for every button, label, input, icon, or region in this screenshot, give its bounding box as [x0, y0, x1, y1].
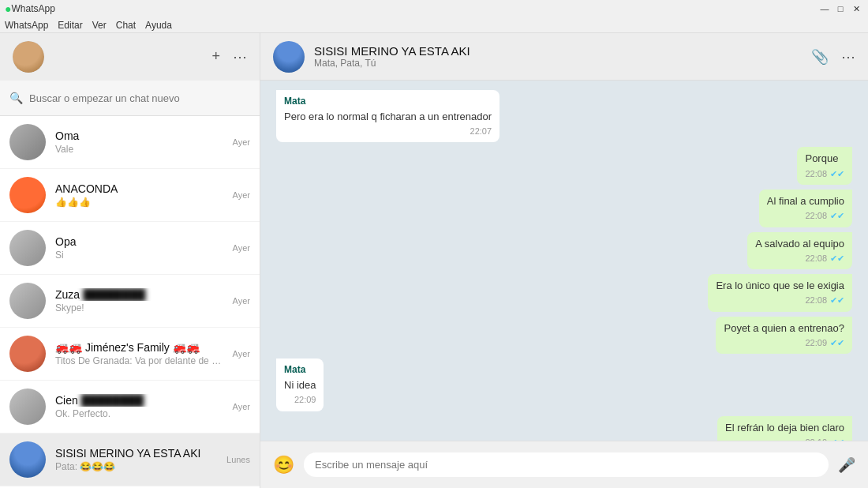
- chat-time-opa: Ayer: [233, 243, 250, 253]
- chat-info-anaconda: ANACONDA 👍👍👍: [55, 182, 223, 208]
- message-bubble-m6: Poyet a quien a entrenao? 22:09 ✔✔: [716, 317, 852, 355]
- chat-time-sisisi: Lunes: [226, 455, 250, 464]
- attachment-icon[interactable]: 📎: [811, 48, 829, 66]
- chat-preview-anaconda: 👍👍👍: [55, 197, 223, 208]
- more-options-icon[interactable]: ⋯: [233, 48, 247, 66]
- message-row-m3: Al final a cumplio 22:08 ✔✔: [276, 190, 852, 227]
- message-check-m8: ✔✔: [830, 437, 844, 441]
- message-text-m3: Al final a cumplio: [767, 194, 844, 208]
- chat-name-oma: Oma: [55, 130, 223, 142]
- chat-name-opa: Opa: [55, 235, 223, 248]
- chat-panel: SISISI MERINO YA ESTA AKI Mata, Pata, Tú…: [260, 33, 868, 488]
- messages-area: Mata Pero era lo normal q ficharan a un …: [260, 81, 868, 441]
- message-row-m7: Mata Ni idea 22:09: [276, 358, 852, 411]
- chat-meta-jimenez: Ayer: [233, 349, 250, 358]
- chat-meta-sisisi: Lunes: [226, 455, 250, 464]
- message-time-m5: 22:08: [805, 295, 827, 306]
- menu-editar[interactable]: Editar: [58, 20, 82, 31]
- message-row-m6: Poyet a quien a entrenao? 22:09 ✔✔: [276, 317, 852, 355]
- chat-time-zuza: Ayer: [233, 296, 250, 306]
- search-input[interactable]: [29, 92, 250, 104]
- avatar-sisisi: [9, 441, 46, 478]
- message-bubble-m4: A salvado al equipo 22:08 ✔✔: [747, 232, 852, 270]
- chat-header-info: SISISI MERINO YA ESTA AKI Mata, Pata, Tú: [314, 44, 470, 69]
- message-check-m2: ✔✔: [830, 168, 844, 180]
- chat-item-zuza[interactable]: Zuza████████ Skype! Ayer: [0, 275, 260, 328]
- message-bubble-m5: Era lo único que se le exigia 22:08 ✔✔: [708, 274, 852, 312]
- chat-meta-anaconda: Ayer: [233, 190, 250, 200]
- chat-item-cien[interactable]: Cien████████ Ok. Perfecto. Ayer: [0, 381, 260, 434]
- message-bubble-m8: El refrán lo deja bien claro 22:10 ✔✔: [717, 416, 852, 441]
- message-time-m8: 22:10: [805, 437, 827, 441]
- menu-chat[interactable]: Chat: [116, 20, 136, 31]
- app: + ⋯ 🔍 Oma Vale Ayer: [0, 33, 868, 488]
- chat-header-avatar[interactable]: [273, 41, 305, 73]
- message-bubble-m7: Mata Ni idea 22:09: [276, 358, 324, 411]
- chat-time-jimenez: Ayer: [233, 349, 250, 358]
- message-text-m8: El refrán lo deja bien claro: [725, 421, 844, 435]
- message-row-m8: El refrán lo deja bien claro 22:10 ✔✔: [276, 416, 852, 441]
- chat-meta-zuza: Ayer: [233, 296, 250, 306]
- avatar-zuza: [9, 283, 46, 319]
- search-icon: 🔍: [9, 92, 23, 104]
- chat-name-cien: Cien████████: [55, 394, 223, 407]
- menu-ayuda[interactable]: Ayuda: [145, 20, 172, 31]
- titlebar: ● WhatsApp — □ ✕: [0, 0, 868, 17]
- chat-item-sisisi[interactable]: SISISI MERINO YA ESTA AKI Pata: 😂😂😂 Lune…: [0, 434, 260, 486]
- more-options-chat-icon[interactable]: ⋯: [841, 48, 855, 66]
- message-text-m6: Poyet a quien a entrenao?: [724, 321, 844, 336]
- message-row-m1: Mata Pero era lo normal q ficharan a un …: [276, 90, 852, 142]
- microphone-button[interactable]: 🎤: [838, 456, 855, 474]
- chat-header: SISISI MERINO YA ESTA AKI Mata, Pata, Tú…: [260, 33, 868, 81]
- maximize-button[interactable]: □: [833, 2, 847, 16]
- user-avatar[interactable]: [13, 41, 44, 73]
- chat-info-oma: Oma Vale: [55, 130, 223, 155]
- message-text-m2: Porque: [805, 152, 844, 166]
- message-text-m1: Pero era lo normal q ficharan a un entre…: [284, 110, 492, 124]
- chat-item-oma[interactable]: Oma Vale Ayer: [0, 116, 260, 169]
- avatar-cien: [9, 389, 46, 425]
- chat-name-jimenez: 🚒🚒 Jiménez's Family 🚒🚒: [55, 341, 223, 354]
- new-chat-icon[interactable]: +: [211, 48, 220, 66]
- chat-time-oma: Ayer: [233, 137, 250, 147]
- chat-preview-zuza: Skype!: [55, 302, 223, 313]
- menu-whatsapp[interactable]: WhatsApp: [5, 20, 48, 31]
- message-text-m4: A salvado al equipo: [755, 237, 844, 251]
- sidebar-header: + ⋯: [0, 33, 260, 81]
- chat-info-cien: Cien████████ Ok. Perfecto.: [55, 394, 223, 419]
- message-row-m2: Porque 22:08 ✔✔: [276, 147, 852, 185]
- chat-header-name: SISISI MERINO YA ESTA AKI: [314, 44, 470, 58]
- chat-item-anaconda[interactable]: ANACONDA 👍👍👍 Ayer: [0, 169, 260, 222]
- message-time-m7: 22:09: [294, 394, 316, 406]
- message-bubble-m1: Mata Pero era lo normal q ficharan a un …: [276, 90, 499, 142]
- message-input[interactable]: [304, 452, 829, 477]
- menu-ver[interactable]: Ver: [92, 20, 107, 31]
- chat-info-opa: Opa Si: [55, 235, 223, 261]
- close-button[interactable]: ✕: [849, 2, 863, 16]
- chat-header-participants: Mata, Pata, Tú: [314, 58, 470, 69]
- message-sender-m1: Mata: [284, 95, 492, 108]
- chat-time-anaconda: Ayer: [233, 190, 250, 200]
- message-text-m7: Ni idea: [284, 378, 316, 392]
- chat-info-sisisi: SISISI MERINO YA ESTA AKI Pata: 😂😂😂: [55, 447, 217, 472]
- message-time-m4: 22:08: [805, 253, 827, 265]
- avatar-opa: [9, 230, 46, 266]
- message-bubble-m3: Al final a cumplio 22:08 ✔✔: [759, 190, 852, 227]
- avatar-oma: [9, 124, 46, 160]
- message-text-m5: Era lo único que se le exigia: [716, 279, 844, 293]
- chat-item-jimenez[interactable]: 🚒🚒 Jiménez's Family 🚒🚒 Titos De Granada:…: [0, 328, 260, 381]
- chat-preview-opa: Si: [55, 250, 223, 261]
- minimize-button[interactable]: —: [817, 2, 832, 16]
- message-bubble-m2: Porque 22:08 ✔✔: [797, 147, 852, 185]
- message-check-m4: ✔✔: [830, 253, 844, 265]
- message-row-m5: Era lo único que se le exigia 22:08 ✔✔: [276, 274, 852, 312]
- emoji-button[interactable]: 😊: [273, 455, 294, 475]
- search-bar: 🔍: [0, 81, 260, 116]
- message-check-m5: ✔✔: [830, 295, 844, 306]
- chat-preview-cien: Ok. Perfecto.: [55, 408, 223, 419]
- chat-meta-cien: Ayer: [233, 402, 250, 411]
- message-time-m2: 22:08: [805, 168, 827, 180]
- titlebar-title: WhatsApp: [11, 3, 54, 14]
- chat-item-opa[interactable]: Opa Si Ayer: [0, 222, 260, 275]
- chat-name-sisisi: SISISI MERINO YA ESTA AKI: [55, 447, 217, 460]
